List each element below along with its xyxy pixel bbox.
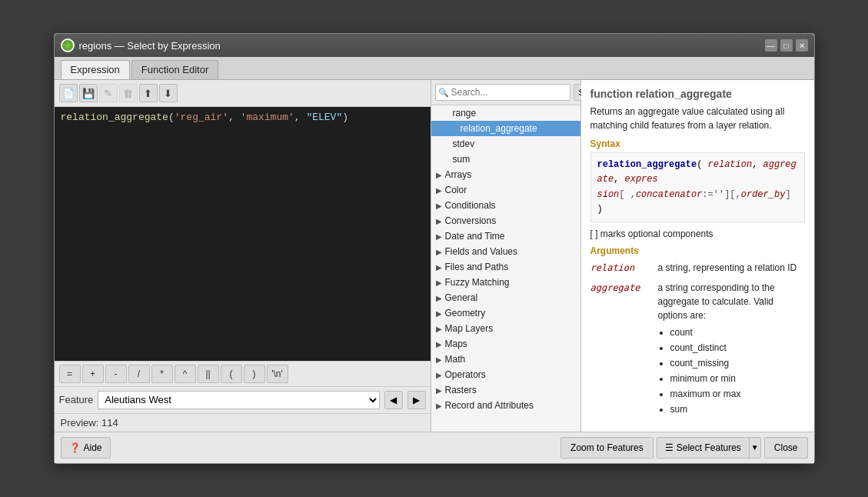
select-features-button[interactable]: ☰ Select Features [657,437,749,459]
category-arrow-conversions: ▶ [436,217,442,225]
category-label-rasters: Rasters [445,385,477,395]
op-plus[interactable]: + [82,365,104,383]
titlebar-controls: — □ ✕ [765,39,808,52]
main-window: regions — Select by Expression — □ ✕ Exp… [54,33,815,464]
main-area: 📄 💾 ✎ 🗑 ⬆ ⬇ relation_aggregate('reg_air'… [55,80,814,432]
delete-expression-button[interactable]: 🗑 [119,84,138,102]
close-dialog-button[interactable]: Close [764,437,808,459]
aide-icon: ❓ [69,442,81,453]
aide-button[interactable]: ❓ Aide [61,437,111,459]
op-open-paren[interactable]: ( [221,365,242,383]
tab-expression[interactable]: Expression [61,60,130,79]
op-divide[interactable]: / [128,365,150,383]
titlebar-left: regions — Select by Expression [61,38,221,52]
op-minus[interactable]: - [105,365,127,383]
search-input-wrap: 🔍 [435,84,570,101]
minimize-button[interactable]: — [765,39,777,52]
category-label-operators: Operators [445,369,486,380]
syntax-box: relation_aggregate( relation, aggregate,… [590,152,805,222]
arg-name-relation: relation [590,261,652,275]
op-equals[interactable]: = [59,365,81,383]
function-list-panel: 🔍 Show Help range relation_aggregate std… [431,80,581,432]
agg-option-count-distinct: count_distinct [670,341,805,355]
category-maps[interactable]: ▶ Maps [431,336,580,352]
new-expression-button[interactable]: 📄 [59,84,78,102]
category-conversions[interactable]: ▶ Conversions [431,213,580,228]
category-label-maps: Maps [445,339,467,349]
op-concat[interactable]: || [198,365,219,383]
category-label-maplayers: Map Layers [445,323,494,334]
tabs-row: Expression Function Editor [55,57,814,80]
syntax-open-paren: ( [697,159,702,170]
category-operators[interactable]: ▶ Operators [431,367,580,382]
category-label-math: Math [445,354,466,365]
category-rasters[interactable]: ▶ Rasters [431,382,580,398]
category-arrow-date: ▶ [436,232,442,241]
select-features-icon: ☰ [665,442,673,453]
op-power[interactable]: ^ [175,365,196,383]
category-color[interactable]: ▶ Color [431,182,580,198]
feature-prev-button[interactable]: ◀ [384,391,403,409]
edit-expression-button[interactable]: ✎ [99,84,118,102]
category-math[interactable]: ▶ Math [431,352,580,367]
preview-row: Preview: 114 [55,413,431,432]
category-arrays[interactable]: ▶ Arrays [431,167,580,182]
syntax-optional-order: [,order_by] [730,189,790,200]
left-panel: 📄 💾 ✎ 🗑 ⬆ ⬇ relation_aggregate('reg_air'… [55,80,431,432]
import-expression-button[interactable]: ⬆ [139,84,158,102]
op-newline[interactable]: '\n' [267,365,288,383]
feature-next-button[interactable]: ▶ [407,391,426,409]
category-arrow-fuzzy: ▶ [436,279,442,287]
category-arrow-geometry: ▶ [436,309,442,318]
category-fields-and-values[interactable]: ▶ Fields and Values [431,244,580,259]
search-input[interactable] [435,84,570,101]
func-item-stdev[interactable]: stdev [431,136,580,152]
category-general[interactable]: ▶ General [431,290,580,305]
qgis-logo-icon [61,38,75,52]
category-arrow-color: ▶ [436,186,442,195]
category-label-arrays: Arrays [445,169,472,180]
arg-row-aggregate: aggregate a string corresponding to the … [590,281,805,418]
export-expression-button[interactable]: ⬇ [159,84,178,102]
category-map-layers[interactable]: ▶ Map Layers [431,321,580,336]
arg-desc-relation: a string, representing a relation ID [658,261,805,275]
save-expression-button[interactable]: 💾 [79,84,98,102]
category-label-conditionals: Conditionals [445,200,496,211]
feature-label: Feature [59,394,94,405]
syntax-func-name: relation_aggregate [597,159,697,170]
category-label-geometry: Geometry [445,308,486,319]
feature-select[interactable]: Aleutians West [98,391,379,409]
maximize-button[interactable]: □ [780,39,793,52]
operators-row: = + - / * ^ || ( ) '\n' [55,361,431,386]
tab-function-editor[interactable]: Function Editor [131,60,218,79]
category-arrow-math: ▶ [436,355,442,364]
arg-desc-aggregate: a string corresponding to the aggregate … [658,281,805,418]
func-item-relation-aggregate[interactable]: relation_aggregate [431,121,580,136]
op-multiply[interactable]: * [151,365,173,383]
close-window-button[interactable]: ✕ [796,39,808,52]
zoom-to-features-button[interactable]: Zoom to Features [560,437,653,459]
category-label-date: Date and Time [445,231,505,242]
preview-label: Preview: [61,417,99,429]
agg-option-count: count [670,325,805,339]
expression-editor[interactable]: relation_aggregate('reg_air', 'maximum',… [55,107,431,361]
dropdown-arrow-icon: ▼ [751,443,759,452]
func-item-range[interactable]: range [431,105,580,121]
category-record-and-attributes[interactable]: ▶ Record and Attributes [431,398,580,413]
category-fuzzy-matching[interactable]: ▶ Fuzzy Matching [431,275,580,290]
category-geometry[interactable]: ▶ Geometry [431,305,580,321]
agg-option-min: minimum or min [670,372,805,385]
func-item-sum[interactable]: sum [431,152,580,167]
editor-toolbar: 📄 💾 ✎ 🗑 ⬆ ⬇ [55,80,431,107]
category-conditionals[interactable]: ▶ Conditionals [431,198,580,213]
op-close-paren[interactable]: ) [244,365,265,383]
search-row: 🔍 Show Help [431,80,580,105]
category-date-and-time[interactable]: ▶ Date and Time [431,228,580,244]
help-panel: function relation_aggregate Returns an a… [581,80,814,432]
category-label-general: General [445,292,478,303]
select-features-dropdown-button[interactable]: ▼ [749,437,761,459]
category-files-and-paths[interactable]: ▶ Files and Paths [431,259,580,275]
syntax-section-title: Syntax [590,138,805,149]
category-label-record: Record and Attributes [445,400,534,411]
agg-option-max: maximum or max [670,387,805,401]
